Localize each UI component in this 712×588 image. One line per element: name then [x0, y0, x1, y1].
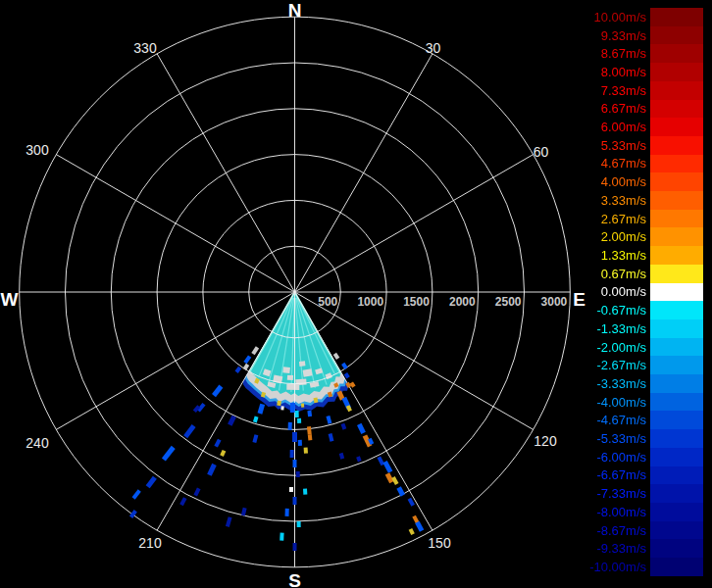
colorbar-row: -1.33m/s	[585, 319, 703, 338]
fan-gray-patch	[286, 384, 299, 390]
colorbar-row: 10.00m/s	[585, 8, 703, 26]
echo-speck	[409, 528, 415, 535]
echo-speck	[288, 422, 292, 430]
colorbar-label: -7.33m/s	[585, 487, 650, 500]
colorbar-row: 7.33m/s	[585, 81, 703, 100]
colorbar-row: -0.67m/s	[585, 301, 703, 319]
fan-layer	[243, 292, 349, 412]
echo-speck	[303, 489, 307, 495]
echo-speck	[378, 456, 385, 466]
colorbar-cell	[650, 26, 703, 45]
echo-speck	[290, 450, 294, 458]
echo-speck	[277, 401, 281, 407]
colorbar-label: -10.00m/s	[585, 561, 650, 573]
echo-speck	[253, 416, 259, 423]
colorbar-row: 8.67m/s	[585, 44, 703, 63]
echo-speck	[193, 488, 200, 497]
compass-label-300: 300	[25, 142, 49, 158]
echo-speck	[341, 363, 348, 369]
colorbar-row: -2.67m/s	[585, 356, 703, 374]
echo-speck	[293, 543, 297, 551]
colorbar-row: -4.00m/s	[585, 393, 703, 412]
colorbar-row: -4.67m/s	[585, 411, 703, 429]
echo-speck	[292, 432, 297, 442]
compass-label-240: 240	[25, 435, 49, 451]
colorbar-label: -0.67m/s	[585, 304, 650, 317]
echo-speck	[297, 418, 301, 423]
colorbar-row: 6.00m/s	[585, 118, 703, 136]
echo-speck	[297, 521, 301, 527]
echo-speck	[290, 403, 295, 413]
echo-speck	[220, 450, 226, 457]
echo-speck	[329, 433, 334, 442]
colorbar-cell	[650, 301, 703, 319]
colorbar-cell	[650, 374, 703, 393]
compass-label-60: 60	[534, 144, 549, 160]
colorbar-row: 8.00m/s	[585, 63, 703, 81]
colorbar-label: -5.33m/s	[585, 432, 650, 445]
fan-gray-patch	[287, 375, 293, 380]
colorbar-cell	[650, 521, 703, 540]
colorbar-label: -3.33m/s	[585, 377, 650, 390]
echo-speck	[298, 440, 302, 446]
echo-speck	[280, 406, 283, 410]
colorbar-row: -9.33m/s	[585, 539, 703, 558]
compass-label-E: E	[573, 289, 585, 310]
echo-speck	[179, 497, 186, 506]
colorbar-cell	[650, 338, 703, 357]
colorbar-row: 4.67m/s	[585, 155, 703, 173]
colorbar-row: 0.00m/s	[585, 283, 703, 302]
colorbar-label: 8.67m/s	[585, 47, 650, 60]
colorbar-label: 5.33m/s	[585, 139, 650, 152]
colorbar-cell	[650, 63, 703, 81]
colorbar-cell	[650, 558, 703, 576]
colorbar-cell	[650, 356, 703, 374]
echo-speck	[241, 508, 247, 516]
colorbar-label: 8.00m/s	[585, 66, 650, 78]
echo-speck	[226, 516, 232, 527]
colorbar-row: 9.33m/s	[585, 26, 703, 45]
echo-speck	[235, 367, 242, 373]
echo-speck	[304, 447, 308, 453]
colorbar-cell	[650, 210, 703, 228]
colorbar-label: 0.00m/s	[585, 285, 650, 298]
colorbar-row: -3.33m/s	[585, 374, 703, 393]
colorbar-cell	[650, 503, 703, 521]
colorbar-cell	[650, 172, 703, 191]
colorbar-row: 1.33m/s	[585, 246, 703, 265]
velocity-colorbar: 10.00m/s9.33m/s8.67m/s8.00m/s7.33m/s6.67…	[585, 8, 703, 576]
colorbar-row: -8.67m/s	[585, 521, 703, 540]
echo-speck	[228, 416, 236, 426]
echo-speck	[293, 460, 297, 467]
echo-speck	[307, 426, 312, 434]
colorbar-row: 2.00m/s	[585, 227, 703, 246]
compass-label-150: 150	[428, 535, 451, 551]
colorbar-label: -6.00m/s	[585, 451, 650, 464]
echo-speck	[350, 381, 356, 387]
echo-speck	[356, 456, 362, 462]
colorbar-row: -10.00m/s	[585, 558, 703, 576]
colorbar-cell	[650, 44, 703, 63]
colorbar-cell	[650, 265, 703, 283]
colorbar-label: -4.67m/s	[585, 414, 650, 426]
colorbar-label: -4.00m/s	[585, 396, 650, 409]
compass-label-30: 30	[426, 40, 441, 56]
echo-speck	[307, 411, 312, 416]
colorbar-cell	[650, 283, 703, 302]
doppler-velocity-display: 50010001500200025003000N3060E120150S2102…	[0, 0, 712, 588]
fan-gray-patch	[303, 368, 313, 376]
colorbar-row: -8.00m/s	[585, 503, 703, 521]
colorbar-label: 2.67m/s	[585, 213, 650, 225]
echo-speck	[183, 424, 195, 438]
echo-speck	[289, 487, 293, 492]
range-label-1000: 1000	[357, 295, 383, 309]
colorbar-label: 2.00m/s	[585, 230, 650, 243]
colorbar-cell	[650, 466, 703, 485]
echo-speck	[132, 489, 141, 499]
colorbar-cell	[650, 393, 703, 412]
colorbar-label: 9.33m/s	[585, 29, 650, 42]
colorbar-row: -6.67m/s	[585, 466, 703, 485]
echo-speck	[243, 355, 251, 364]
colorbar-cell	[650, 136, 703, 155]
echo-speck	[382, 461, 392, 473]
